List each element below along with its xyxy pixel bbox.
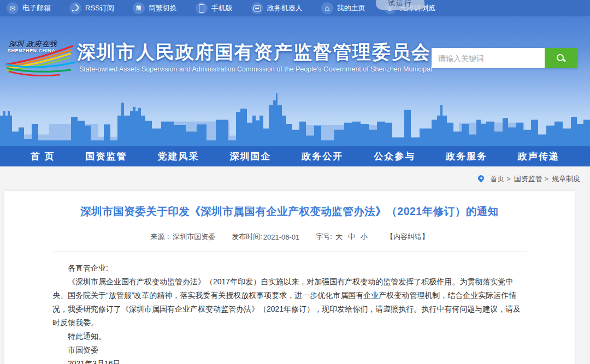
- rainbow-wing-icon: [4, 44, 76, 80]
- article-panel: 深圳市国资委关于印发《深圳市属国有企业产权变动监管办法》（2021年修订）的通知…: [4, 191, 575, 364]
- nav-item[interactable]: 首 页: [31, 150, 55, 163]
- nav-item[interactable]: 公众参与: [374, 150, 415, 163]
- robot-icon: [251, 2, 263, 14]
- site-title: 深圳市人民政府国有资产监督管理委员会: [77, 40, 431, 65]
- utility-bar-item[interactable]: RSS订阅: [69, 2, 114, 14]
- utility-bar-item-label: 我的主页: [337, 3, 365, 13]
- utility-bar-item-label: 手机版: [211, 3, 233, 13]
- font-size-option[interactable]: 小: [361, 232, 368, 242]
- breadcrumb-link[interactable]: 规章制度: [552, 174, 580, 184]
- rss-icon: [69, 2, 81, 14]
- nav-item[interactable]: 国资监管: [86, 150, 127, 163]
- utility-bar-item[interactable]: 简繁切换: [133, 2, 177, 14]
- meta-font-size: 字号: 大 中 小: [316, 232, 370, 242]
- utility-bar-item[interactable]: 手机版: [196, 2, 233, 14]
- main-nav: 首 页 国资监管 党建风采 深圳国企 政务公开 公众参与 政务服务 政声传递: [0, 146, 590, 166]
- search-button[interactable]: [545, 48, 577, 68]
- city-skyline-graphic: [0, 87, 590, 146]
- utility-bar-item-label: 简繁切换: [149, 3, 177, 13]
- article-body: 各直管企业: 《深圳市属企业国有产权变动监管办法》（2017年印发）自实施以来，…: [4, 252, 575, 364]
- meta-publish-time: 发布时间: 2021-06-01: [232, 232, 299, 242]
- breadcrumb-link[interactable]: 国资监管: [514, 174, 548, 184]
- utility-bar-item-label: 电子邮箱: [22, 3, 51, 13]
- nav-item[interactable]: 政声传递: [518, 150, 559, 163]
- location-pin-icon: [476, 174, 485, 182]
- utility-bar: 电子邮箱 RSS订阅 简繁切换 手机版 政务机器人 我的主页 无障碍浏览: [0, 0, 590, 16]
- utility-bar-item[interactable]: 我的主页: [321, 2, 365, 14]
- breadcrumb-link[interactable]: 首页: [491, 174, 511, 184]
- nav-item[interactable]: 政务公开: [302, 150, 343, 163]
- article-paragraph: 市国资委: [52, 343, 523, 357]
- breadcrumb: 首页 国资监管 规章制度: [478, 174, 580, 184]
- article-meta: 来源： 深圳市国资委 发布时间: 2021-06-01 字号: 大 中 小 【内…: [4, 232, 575, 242]
- jian-fan-icon: [133, 2, 145, 14]
- content-correction-link[interactable]: 【内容纠错】: [386, 232, 429, 242]
- mobile-icon: [196, 2, 208, 14]
- article-title: 深圳市国资委关于印发《深圳市属国有企业产权变动监管办法》（2021年修订）的通知: [4, 204, 575, 219]
- font-size-option[interactable]: 中: [348, 232, 355, 242]
- utility-bar-item[interactable]: 电子邮箱: [7, 2, 51, 14]
- trial-run-badge: 试运行: [376, 0, 424, 10]
- utility-bar-item-label: RSS订阅: [85, 3, 114, 13]
- article-paragraph: 《深圳市属企业国有产权变动监管办法》（2017年印发）自实施以来，对加强国有产权…: [52, 275, 523, 330]
- article-paragraph: 特此通知。: [52, 330, 523, 343]
- search-input[interactable]: [432, 48, 545, 68]
- article-paragraph: 2021年3月16日: [52, 357, 523, 364]
- article-paragraph: 各直管企业:: [52, 261, 523, 275]
- utility-bar-item[interactable]: 政务机器人: [251, 2, 303, 14]
- nav-item[interactable]: 深圳国企: [229, 150, 271, 163]
- meta-source: 来源： 深圳市国资委: [150, 232, 215, 242]
- shenzhen-gov-logo[interactable]: 深圳 政府在线 SHENZHEN CHINA: [4, 37, 76, 82]
- nav-item[interactable]: 党建风采: [158, 150, 199, 163]
- site-search: [432, 48, 577, 68]
- breadcrumb-strip: 首页 国资监管 规章制度: [0, 166, 590, 191]
- mail-icon: [7, 2, 19, 14]
- font-size-option[interactable]: 大: [335, 232, 343, 242]
- search-icon: [556, 53, 566, 63]
- utility-bar-item-label: 政务机器人: [267, 3, 303, 13]
- site-header: 深圳 政府在线 SHENZHEN CHINA 深圳市人民政府国有资产监督管理委员…: [0, 16, 590, 146]
- home-icon: [321, 2, 333, 14]
- site-subtitle-english: State-owned Assets Supervision and Admin…: [79, 65, 432, 73]
- nav-item[interactable]: 政务服务: [446, 150, 487, 163]
